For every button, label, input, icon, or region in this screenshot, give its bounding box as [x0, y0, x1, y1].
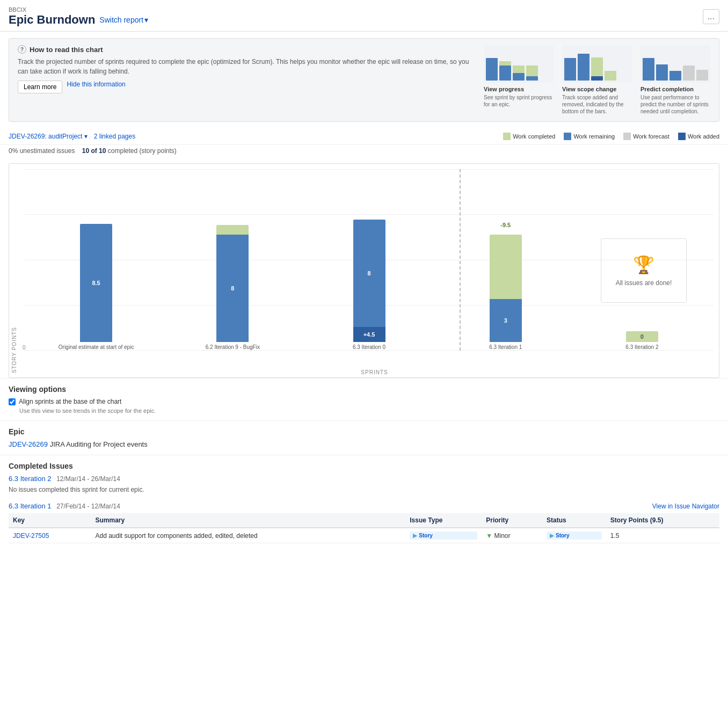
status-label: Story: [556, 533, 570, 538]
bar-value-original: 8.5: [92, 280, 100, 286]
card-progress-title: View progress: [484, 86, 554, 92]
cell-issue-type: ▶ Story: [405, 528, 482, 543]
card-progress-text: See sprint by sprint progress for an epi…: [484, 94, 554, 108]
cell-key: JDEV-27505: [9, 528, 91, 543]
iteration-link-1[interactable]: 6.3 Iteration 1: [9, 502, 52, 510]
bar-stack-iter9: 8: [216, 225, 249, 342]
switch-report-label: Switch report: [99, 16, 143, 24]
iteration-block-2: 6.3 Iteration 2 12/Mar/14 - 26/Mar/14 No…: [9, 475, 719, 493]
issue-key-link[interactable]: JDEV-27505: [13, 532, 49, 540]
bar-stack-iter0: 8 +4.5: [353, 220, 385, 342]
no-issues-text-2: No issues completed this sprint for curr…: [9, 486, 719, 493]
how-to-cards: View progress See sprint by sprint progr…: [484, 45, 710, 115]
legend-work-forecast: Work forecast: [623, 133, 669, 140]
how-to-title-text: How to read this chart: [30, 46, 103, 54]
ellipsis-button[interactable]: ...: [703, 9, 719, 24]
legend-label-added: Work added: [688, 133, 719, 140]
bar-label-original: Original estimate at start of epic: [59, 344, 134, 351]
how-to-card-progress: View progress See sprint by sprint progr…: [484, 45, 554, 115]
bar-iter0: 8 +4.5 6.3 Iteration 0: [303, 169, 435, 351]
legend-work-added: Work added: [678, 133, 719, 140]
bar-value-iter2: 0: [640, 333, 644, 340]
card-predict-title: Predict completion: [640, 86, 710, 92]
align-sprints-hint: Use this view to see trends in the scope…: [19, 407, 719, 414]
story-icon: ▶: [413, 533, 417, 538]
switch-report-button[interactable]: Switch report ▾: [99, 16, 148, 24]
bar-value-iter0: 8: [367, 270, 370, 276]
cell-status: ▶ Story: [542, 528, 606, 543]
bar-segment-completed-iter9: [216, 225, 249, 235]
linked-pages-link[interactable]: 2 linked pages: [94, 133, 135, 140]
chart-legend: Work completed Work remaining Work forec…: [503, 133, 719, 140]
bar-added-value-iter0: +4.5: [363, 331, 375, 338]
how-to-card-predict: Predict completion Use past performance …: [640, 45, 710, 115]
bar-label-iter0: 6.3 Iteration 0: [353, 344, 385, 351]
epic-link[interactable]: JDEV-26269: [9, 440, 48, 448]
epic-section: Epic JDEV-26269 JIRA Auditing for Projec…: [0, 420, 728, 455]
unestimated-pct: 0%: [9, 147, 18, 155]
cell-summary: Add audit support for components added, …: [91, 528, 406, 543]
bar-segment-remaining: 8.5: [80, 224, 112, 342]
learn-more-button[interactable]: Learn more: [18, 81, 62, 93]
trophy-box: 🏆 All issues are done!: [601, 238, 687, 303]
scope-chart-thumbnail: [562, 45, 632, 83]
project-link[interactable]: JDEV-26269: auditProject ▾: [9, 133, 88, 140]
col-issue-type: Issue Type: [405, 513, 482, 528]
legend-label-completed: Work completed: [513, 133, 555, 140]
epic-name-text: JIRA Auditing for Project events: [50, 440, 148, 448]
completed-label: completed (story points): [108, 147, 177, 155]
bar-segment-completed-iter1: [490, 235, 522, 299]
priority-label: Minor: [494, 532, 511, 540]
chart-inner: 8.5 Original estimate at start of epic 8…: [19, 164, 719, 377]
legend-work-remaining: Work remaining: [564, 133, 615, 140]
title-text: Epic Burndown: [9, 13, 95, 27]
iteration-top-1: 6.3 Iteration 1 27/Feb/14 - 12/Mar/14 Vi…: [9, 502, 719, 510]
bar-segment-remaining-iter9: 8: [216, 235, 249, 342]
iteration-header-2: 6.3 Iteration 2 12/Mar/14 - 26/Mar/14: [9, 475, 120, 483]
hide-button[interactable]: Hide this information: [67, 81, 125, 93]
iteration-top-2: 6.3 Iteration 2 12/Mar/14 - 26/Mar/14: [9, 475, 719, 483]
x-axis-label: SPRINTS: [25, 369, 724, 375]
how-to-content: ? How to read this chart Track the proje…: [18, 45, 473, 115]
viewing-options-section: Viewing options Align sprints at the bas…: [0, 378, 728, 420]
completed-issues-title: Completed Issues: [9, 462, 719, 470]
bar-label-iter2: 6.3 Iteration 2: [625, 344, 658, 351]
bar-label-iter9: 6.2 Iteration 9 - BugFix: [206, 344, 260, 351]
page-title: Epic Burndown Switch report ▾: [9, 13, 148, 27]
how-to-card-scope: View scope change Track scope added and …: [562, 45, 632, 115]
dashed-separator: [460, 169, 461, 351]
project-label: JDEV-26269: auditProject: [9, 133, 82, 140]
view-in-navigator-link[interactable]: View in Issue Navigator: [652, 503, 719, 510]
chart-area: STORY POINTS 8.5 Origina: [0, 159, 728, 378]
card-scope-text: Track scope added and removed, indicated…: [562, 94, 632, 115]
align-sprints-checkbox[interactable]: [9, 398, 16, 405]
completed-issues-section: Completed Issues 6.3 Iteration 2 12/Mar/…: [0, 455, 728, 558]
legend-color-forecast: [623, 133, 631, 140]
legend-color-completed: [503, 133, 511, 140]
bar-segment-added-iter0: +4.5: [353, 327, 385, 342]
iteration-block-1: 6.3 Iteration 1 27/Feb/14 - 12/Mar/14 Vi…: [9, 502, 719, 543]
chevron-down-icon: ▾: [144, 16, 148, 24]
trophy-text: All issues are done!: [616, 279, 672, 287]
legend-color-added: [678, 133, 686, 140]
how-to-section: ? How to read this chart Track the proje…: [9, 38, 719, 122]
iteration-date-2: 12/Mar/14 - 26/Mar/14: [56, 475, 120, 483]
bar-stack-original: 8.5: [80, 224, 112, 342]
card-scope-title: View scope change: [562, 86, 632, 92]
legend-work-completed: Work completed: [503, 133, 555, 140]
col-priority: Priority: [482, 513, 542, 528]
y-axis-label: STORY POINTS: [9, 164, 19, 377]
controls-bar: JDEV-26269: auditProject ▾ 2 linked page…: [0, 128, 728, 145]
predict-chart-thumbnail: [640, 45, 710, 83]
table-row: JDEV-27505 Add audit support for compone…: [9, 528, 719, 543]
iteration-link-2[interactable]: 6.3 Iteration 2: [9, 475, 52, 483]
legend-label-forecast: Work forecast: [633, 133, 669, 140]
bar-segment-remaining-iter1: 3: [490, 299, 522, 342]
controls-left: JDEV-26269: auditProject ▾ 2 linked page…: [9, 133, 135, 140]
bar-segment-remaining-iter0: 8: [353, 220, 385, 327]
legend-color-remaining: [564, 133, 571, 140]
table-header-row: Key Summary Issue Type Priority Status S…: [9, 513, 719, 528]
issue-type-label: Story: [419, 533, 433, 538]
bar-label-iter1: 6.3 Iteration 1: [489, 344, 522, 351]
align-sprints-label: Align sprints at the base of the chart: [19, 398, 121, 405]
